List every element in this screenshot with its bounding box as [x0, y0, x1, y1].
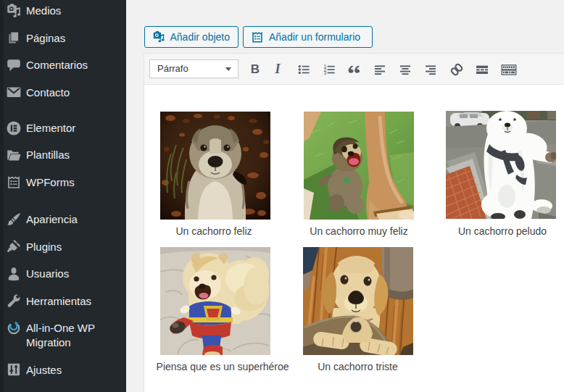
- svg-text:3: 3: [324, 70, 327, 75]
